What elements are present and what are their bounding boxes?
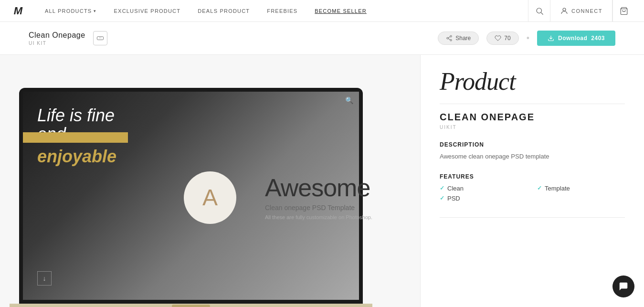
svg-point-5 — [450, 35, 452, 37]
screen-search-icon: 🔍 — [345, 96, 353, 104]
check-icon-2: ✓ — [537, 185, 542, 191]
nav-right: CONNECT — [528, 0, 634, 22]
chat-icon — [618, 281, 629, 292]
user-icon — [560, 7, 569, 15]
product-script-title: Product — [440, 69, 625, 94]
description-title: Description — [440, 141, 625, 148]
share-icon — [446, 35, 453, 42]
product-header-right: Share 70 • Download 2403 — [438, 31, 615, 46]
vr-badge-button[interactable] — [93, 31, 107, 45]
svg-line-9 — [448, 37, 450, 38]
info-panel: Product CLEAN ONEPAGE UIKIT Description … — [420, 55, 644, 307]
nav-link-deals[interactable]: DEALS PRODUCT — [189, 0, 258, 22]
product-avatar: A — [184, 171, 236, 224]
svg-line-1 — [541, 12, 543, 14]
divider-top — [440, 104, 625, 104]
nav-logo[interactable]: M — [10, 2, 27, 20]
check-icon: ✓ — [440, 185, 444, 191]
preview-panel: 🔍 Life is fineend enjoyable ↓ A — [0, 55, 420, 307]
screen-arrow-icon: ↓ — [37, 271, 52, 286]
chat-bubble-button[interactable] — [612, 275, 634, 297]
download-button[interactable]: Download 2403 — [537, 31, 615, 46]
cart-icon — [620, 7, 628, 15]
product-header-left: Clean Onepage UI KIT — [29, 31, 107, 46]
svg-rect-4 — [97, 37, 103, 40]
description-section: Description Awesome clean onepage PSD te… — [440, 141, 625, 162]
feature-item-template: ✓ Template — [537, 185, 625, 192]
svg-point-0 — [537, 8, 542, 13]
svg-line-8 — [448, 39, 450, 40]
features-section: Features ✓ Clean ✓ Template ✓ PSD — [440, 173, 625, 202]
download-icon — [548, 35, 554, 42]
features-title: Features — [440, 173, 625, 180]
features-grid: ✓ Clean ✓ Template ✓ PSD — [440, 185, 625, 202]
divider-bottom — [440, 217, 625, 218]
share-button[interactable]: Share — [438, 32, 479, 45]
cart-button[interactable] — [612, 0, 634, 22]
nav-link-exclusive[interactable]: EXCLUSIVE PRODUCT — [106, 0, 190, 22]
nav-link-all-products[interactable]: ALL PRODUCTS ▾ — [36, 0, 106, 22]
product-name: CLEAN ONEPAGE — [440, 112, 625, 123]
svg-point-2 — [563, 8, 566, 11]
connect-button[interactable]: CONNECT — [550, 0, 612, 22]
preview-text-overlay: Awesome Clean onepage PSD Template All t… — [265, 175, 372, 220]
laptop-body — [10, 304, 372, 307]
nav-link-freebies[interactable]: FREEBIES — [258, 0, 306, 22]
search-button[interactable] — [528, 0, 550, 22]
check-icon-3: ✓ — [440, 195, 444, 201]
separator: • — [527, 33, 529, 43]
search-icon — [535, 7, 544, 15]
product-title-block: Clean Onepage UI KIT — [29, 31, 85, 46]
like-button[interactable]: 70 — [486, 32, 518, 45]
feature-item-clean: ✓ Clean — [440, 185, 528, 192]
chevron-down-icon: ▾ — [94, 9, 96, 13]
description-text: Awesome clean onepage PSD template — [440, 152, 625, 162]
product-type: UIKIT — [440, 125, 625, 130]
nav-link-become-seller[interactable]: BECOME SELLER — [306, 0, 375, 22]
feature-item-psd: ✓ PSD — [440, 195, 528, 202]
vr-icon — [96, 34, 104, 42]
product-header: Clean Onepage UI KIT Share 70 • Download… — [0, 22, 644, 55]
svg-point-7 — [450, 39, 452, 41]
logo-letter: M — [14, 5, 22, 17]
nav-links: ALL PRODUCTS ▾ EXCLUSIVE PRODUCT DEALS P… — [36, 0, 528, 22]
laptop-hinge — [172, 305, 210, 307]
preview-subheading: Clean onepage PSD Template — [265, 204, 372, 212]
product-subtitle: UI KIT — [29, 41, 85, 46]
main-content: 🔍 Life is fineend enjoyable ↓ A — [0, 55, 644, 307]
product-title: Clean Onepage — [29, 31, 85, 40]
svg-point-6 — [447, 37, 449, 39]
heart-icon — [495, 35, 501, 42]
screen-enjoyable-text: enjoyable — [37, 147, 116, 167]
preview-heading: Awesome — [265, 175, 372, 200]
preview-description: All these are fully customizable on Phot… — [265, 214, 372, 220]
screen-gold-stripe — [23, 132, 128, 143]
navbar: M ALL PRODUCTS ▾ EXCLUSIVE PRODUCT DEALS… — [0, 0, 644, 22]
